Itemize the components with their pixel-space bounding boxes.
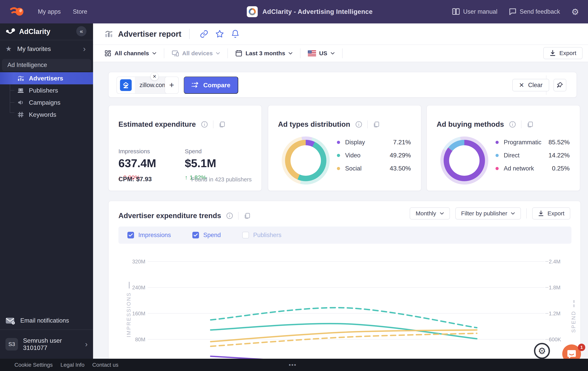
zillow-logo-icon [120,79,132,91]
ad-buying-card: Ad buying methods Programmatic85.52% Dir… [426,105,580,191]
download-icon [550,50,556,56]
card-title: Advertiser expenditure trends [118,212,221,220]
semrush-logo-icon[interactable] [9,6,26,18]
footer-link-cookie-settings[interactable]: Cookie Settings [14,362,53,368]
legend-row: Direct14.22% [495,152,570,159]
spend-label: Spend [185,148,202,155]
card-title: Estimated expenditure [118,120,196,129]
send-feedback-button[interactable]: Send feedback [509,8,560,15]
impressions-axis-title: IMPRESSIONS [126,282,132,338]
country-filter[interactable]: US [308,50,335,57]
cpm-value: CPM: $7.93 [118,175,152,183]
right-tick: 1.8M [549,285,560,291]
footer-link-contact-us[interactable]: Contact us [92,362,118,368]
copy-widget-icon[interactable] [243,212,251,220]
info-icon[interactable] [355,120,363,128]
impressions-checkbox[interactable]: Impressions [127,232,171,239]
sidebar-item-advertisers[interactable]: Advertisers [0,72,93,84]
right-tick: 1.2M [549,311,560,317]
favorite-report-button[interactable] [215,29,224,39]
link-icon [200,30,208,38]
settings-gear-button[interactable]: ⚙ [571,7,579,17]
date-range-filter[interactable]: Last 3 months [235,50,293,57]
add-advertiser-button[interactable]: + [165,76,179,94]
spend-checkbox[interactable]: Spend [192,232,221,239]
copy-widget-icon[interactable] [218,120,226,128]
export-report-button[interactable]: Export [543,47,583,59]
footer-more-button[interactable]: ••• [289,362,297,368]
copy-widget-icon[interactable] [372,120,380,128]
copy-link-button[interactable] [200,29,209,39]
footer-link-legal-info[interactable]: Legal Info [61,362,84,368]
sidebar-nav: Advertisers Publishers Campaigns Keyword… [0,72,93,121]
adclarity-app-icon [247,6,258,17]
compare-button[interactable]: Compare [184,76,238,94]
trend-line-chart [109,201,581,359]
email-notifications-button[interactable]: Email notifications [0,312,93,329]
user-manual-button[interactable]: User manual [452,8,497,15]
filter-by-publisher-dropdown[interactable]: Filter by publisher [455,207,521,219]
spend-value: $5.1M [185,157,216,170]
page-title: Advertiser report [118,30,181,38]
left-tick: 80M [122,337,145,343]
adclarity-app: My apps Store AdClarity - Advertising In… [0,0,588,371]
channels-filter[interactable]: All channels [104,50,157,57]
book-icon [452,8,460,15]
impressions-label: Impressions [118,148,150,155]
chevron-down-icon [216,52,220,55]
close-icon: ✕ [519,81,524,89]
download-icon [538,210,544,217]
clear-button[interactable]: ✕ Clear [512,79,549,91]
alerts-bell-button[interactable] [231,29,240,39]
chevron-right-icon: › [85,340,88,349]
spend-axis-title: SPEND [571,300,577,333]
sidebar-item-keywords[interactable]: Keywords [0,109,93,121]
sidebar-item-my-favorites[interactable]: ★ My favorites › [0,40,93,57]
legend-row: Video49.29% [337,152,411,159]
publishers-checkbox[interactable]: Publishers [242,232,282,239]
nav-my-apps[interactable]: My apps [38,8,61,15]
right-tick: 600K [549,337,561,343]
impressions-value: 637.4M [118,157,156,170]
main-content: Advertiser report All channels [93,23,588,359]
user-account-button[interactable]: S3 Semrush user 3101077 › [0,329,93,359]
app-title: AdClarity - Advertising Intelligence [262,8,373,15]
pin-button[interactable] [554,79,566,91]
page-settings-fab[interactable]: ⚙ [534,343,550,359]
sidebar-item-campaigns[interactable]: Campaigns [0,97,93,109]
pin-icon [556,82,563,89]
card-title: Ad types distribution [278,120,350,129]
sidebar-section-ad-intelligence[interactable]: Ad Intelligence [2,59,91,71]
info-icon[interactable] [509,120,516,128]
chevron-down-icon [288,52,293,55]
nav-store[interactable]: Store [73,8,87,15]
top-bar: My apps Store AdClarity - Advertising In… [0,0,588,23]
remove-advertiser-button[interactable]: ✕ [151,73,158,80]
calendar-icon [235,50,242,57]
report-header: Advertiser report All channels [93,23,588,62]
copy-widget-icon[interactable] [526,120,534,128]
adclarity-logo-icon [5,28,16,35]
info-icon[interactable] [200,120,208,128]
us-flag-icon [308,50,316,56]
avatar: S3 [5,338,18,350]
expenditure-trends-card: Advertiser expenditure trends Monthly Fi… [108,201,581,359]
export-chart-button[interactable]: Export [532,207,570,219]
ad-types-donut-chart [285,140,326,181]
found-publishers: Found in 423 publishers [191,176,252,183]
devices-filter[interactable]: All devices [172,50,220,57]
granularity-dropdown[interactable]: Monthly [410,207,450,219]
bell-icon [231,30,239,38]
arrow-up-icon: ↑ [185,174,188,181]
sidebar-item-publishers[interactable]: Publishers [0,84,93,97]
publishers-icon [17,87,24,94]
sidebar-collapse-button[interactable]: « [76,26,86,36]
chevron-right-icon: › [83,44,86,53]
devices-icon [172,50,179,57]
star-icon: ★ [5,45,12,53]
channels-icon [104,50,111,57]
email-gear-icon [5,317,15,325]
sidebar-brand: AdClarity [19,28,50,36]
info-icon[interactable] [226,212,233,220]
ad-types-card: Ad types distribution Display7.21% Video… [268,105,421,191]
